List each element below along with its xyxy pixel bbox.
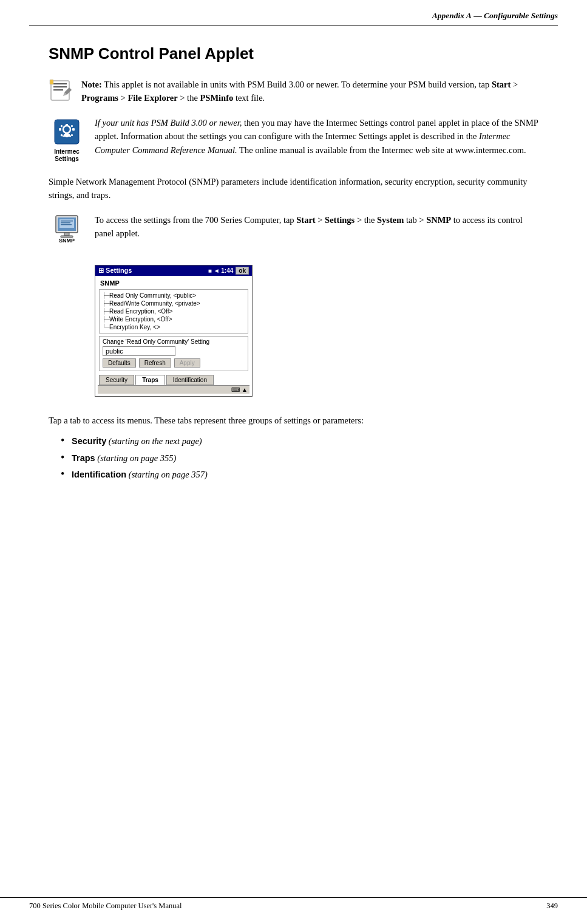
tree-item-5: Encryption Key, <> (102, 323, 245, 331)
device-tree: Read Only Community, <public> Read/Write… (99, 289, 248, 334)
intermec-block: IntermecSettings If your unit has PSM Bu… (49, 116, 538, 163)
svg-rect-9 (65, 133, 69, 134)
device-buttons: Defaults Refresh Apply (103, 358, 245, 368)
svg-rect-23 (61, 221, 73, 222)
body-paragraph: Simple Network Management Protocol (SNMP… (49, 175, 538, 202)
svg-rect-6 (50, 80, 53, 84)
device-tab-security[interactable]: Security (99, 375, 134, 385)
device-titlebar-icons: ■ ◄ 1:44 ok (208, 267, 249, 275)
device-refresh-button[interactable]: Refresh (139, 358, 171, 368)
svg-rect-26 (64, 233, 69, 236)
device-body: SNMP Read Only Community, <public> Read/… (95, 276, 252, 396)
svg-rect-1 (53, 83, 67, 84)
device-screenshot: ⊞ Settings ■ ◄ 1:44 ok SNMP Read Only Co… (95, 265, 253, 397)
identification-label: Identification (72, 470, 126, 479)
tree-item-2: Read/Write Community, <private> (102, 299, 245, 307)
footer-left: 700 Series Color Mobile Computer User's … (29, 902, 182, 911)
page-content: SNMP Control Panel Applet Note: This app… (0, 26, 587, 516)
page-footer: 700 Series Color Mobile Computer User's … (0, 897, 587, 911)
svg-rect-24 (61, 222, 70, 224)
svg-rect-2 (53, 86, 67, 87)
svg-rect-13 (66, 135, 68, 137)
tree-item-4: Write Encryption, <Off> (102, 315, 245, 323)
device-section-label: SNMP (98, 278, 249, 288)
tree-item-1: Read Only Community, <public> (102, 292, 245, 299)
security-label: Security (72, 436, 106, 446)
page-title: SNMP Control Panel Applet (49, 44, 538, 63)
svg-rect-7 (55, 120, 79, 144)
identification-page-ref: (starting on page 357) (129, 470, 208, 479)
chapter-title: Configurable Settings (484, 11, 558, 20)
device-setting-label: Change 'Read Only Community' Setting (103, 338, 245, 345)
snmp-icon-wrap: SNMP (49, 214, 85, 247)
svg-rect-3 (53, 89, 63, 91)
device-title: ⊞ Settings (98, 267, 132, 275)
list-item-identification: Identification (starting on page 357) (61, 468, 538, 482)
appendix-a: Appendix A (432, 11, 472, 20)
list-item-traps: Traps (starting on page 355) (61, 451, 538, 465)
note-text: Note: This applet is not available in un… (81, 78, 538, 105)
device-tabs: Security Traps Identification (98, 374, 249, 385)
svg-rect-15 (72, 128, 75, 131)
security-page-ref: (starting on the next page) (109, 436, 202, 446)
device-keyboard-icon: ⌨ ▲ (231, 386, 248, 393)
footer-right: 349 (546, 902, 558, 911)
note-label: Note: (81, 80, 102, 89)
intermec-icon-wrap: IntermecSettings (49, 117, 85, 163)
device-tab-traps[interactable]: Traps (135, 375, 165, 385)
intermec-text: If your unit has PSM Build 3.00 or newer… (95, 116, 538, 157)
device-tab-identification[interactable]: Identification (166, 375, 214, 385)
device-community-input[interactable] (103, 346, 175, 356)
device-frame: ⊞ Settings ■ ◄ 1:44 ok SNMP Read Only Co… (95, 265, 253, 397)
device-ok-button[interactable]: ok (236, 267, 249, 275)
svg-rect-12 (66, 124, 68, 126)
intermec-settings-icon (52, 117, 81, 146)
intermec-icon-label: IntermecSettings (54, 148, 80, 163)
snmp-icon: SNMP (53, 214, 80, 245)
snmp-text: To access the settings from the 700 Seri… (95, 213, 538, 241)
svg-text:SNMP: SNMP (59, 238, 75, 244)
svg-rect-25 (61, 224, 72, 225)
page-header: Appendix A — Configurable Settings (0, 0, 587, 26)
bullet-list: Security (starting on the next page) Tra… (61, 434, 538, 482)
note-icon (49, 79, 72, 102)
pencil-note-icon (49, 79, 72, 102)
note-block: Note: This applet is not available in un… (49, 78, 538, 105)
svg-rect-14 (59, 128, 61, 131)
snmp-block: SNMP To access the settings from the 700… (49, 213, 538, 247)
device-bottom-bar: ⌨ ▲ (98, 385, 249, 394)
device-defaults-button[interactable]: Defaults (103, 358, 136, 368)
tree-item-3: Read Encryption, <Off> (102, 307, 245, 315)
list-item-security: Security (starting on the next page) (61, 434, 538, 448)
device-setting-area: Change 'Read Only Community' Setting Def… (99, 336, 248, 371)
tap-para: Tap a tab to access its menus. These tab… (49, 414, 538, 427)
traps-page-ref: (starting on page 355) (97, 453, 176, 463)
device-titlebar: ⊞ Settings ■ ◄ 1:44 ok (95, 265, 252, 276)
traps-label: Traps (72, 453, 95, 463)
note-body: This applet is not available in units wi… (104, 80, 492, 89)
appendix-label: Appendix A — Configurable Settings (432, 11, 558, 20)
device-apply-button[interactable]: Apply (174, 358, 200, 368)
